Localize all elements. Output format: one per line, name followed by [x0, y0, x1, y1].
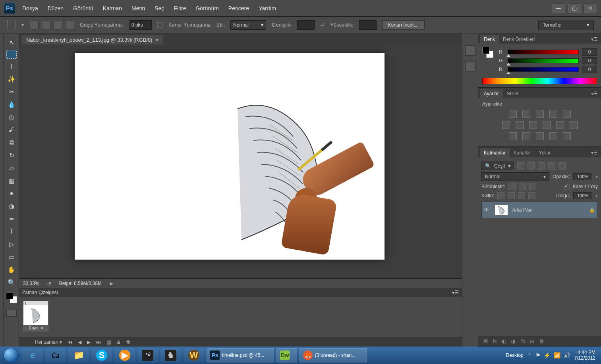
- unify-position-icon[interactable]: [508, 183, 516, 190]
- vibrance-icon[interactable]: [563, 110, 571, 118]
- tab-adjustments[interactable]: Ayarlar: [480, 89, 503, 98]
- doc-info-icon[interactable]: ◔: [47, 281, 51, 286]
- layer-mask-icon[interactable]: ◐: [502, 338, 506, 344]
- menu-edit[interactable]: Düzen: [48, 5, 64, 12]
- delete-layer-icon[interactable]: 🗑: [539, 338, 544, 344]
- r-value[interactable]: 0: [582, 48, 597, 56]
- type-tool[interactable]: T: [5, 225, 18, 237]
- ie-icon[interactable]: e: [22, 348, 43, 362]
- black-white-icon[interactable]: [529, 121, 537, 129]
- magic-wand-tool[interactable]: ✨: [5, 73, 18, 85]
- skype-icon[interactable]: S: [91, 348, 112, 362]
- filter-shape-icon[interactable]: [548, 162, 555, 169]
- swap-icon[interactable]: ⇄: [320, 22, 325, 28]
- layer-fx-icon[interactable]: fx: [493, 338, 497, 344]
- taskbar-dreamweaver[interactable]: Dw: [276, 348, 297, 362]
- threshold-icon[interactable]: [536, 132, 544, 140]
- menu-text[interactable]: Metin: [131, 5, 145, 12]
- media-player-icon[interactable]: ▶: [114, 348, 135, 362]
- selective-color-icon[interactable]: [563, 132, 571, 140]
- clock[interactable]: 4:44 PM 7/12/2012: [574, 350, 599, 361]
- tween-icon[interactable]: ▧: [106, 339, 111, 345]
- style-select[interactable]: Normal▾: [230, 20, 266, 30]
- power-icon[interactable]: ⚡: [544, 352, 551, 358]
- close-button[interactable]: ✕: [584, 4, 597, 13]
- opacity-input[interactable]: [573, 173, 592, 180]
- foreground-color[interactable]: [6, 292, 13, 299]
- menu-window[interactable]: Pencere: [228, 5, 249, 12]
- lock-position-icon[interactable]: [518, 192, 525, 199]
- adjustments-menu-icon[interactable]: ▾☰: [588, 89, 601, 98]
- tab-channels[interactable]: Kanallar: [510, 148, 535, 157]
- lock-transparent-icon[interactable]: [497, 192, 504, 199]
- crop-tool[interactable]: ✂: [5, 86, 18, 98]
- invert-icon[interactable]: [509, 132, 517, 140]
- g-value[interactable]: 0: [582, 57, 597, 64]
- color-fg-bg[interactable]: [482, 47, 493, 58]
- history-brush-tool[interactable]: ↻: [5, 149, 18, 161]
- opacity-arrow-icon[interactable]: ▾: [595, 174, 598, 179]
- layer-filter-select[interactable]: 🔍 Çeşit ▾: [481, 162, 514, 170]
- unify-style-icon[interactable]: [529, 183, 536, 190]
- layer-visibility-icon[interactable]: 👁: [484, 207, 491, 213]
- menu-select[interactable]: Seç: [155, 5, 164, 12]
- blend-mode-select[interactable]: Normal▾: [481, 172, 549, 181]
- menu-help[interactable]: Yardım: [259, 5, 276, 12]
- unify-visibility-icon[interactable]: [519, 183, 526, 190]
- quickmask-toggle[interactable]: [6, 310, 17, 317]
- lock-image-icon[interactable]: [508, 192, 515, 199]
- gradient-map-icon[interactable]: [549, 132, 557, 140]
- selection-intersect-icon[interactable]: [66, 21, 74, 29]
- dropdown-icon[interactable]: ▾: [21, 22, 24, 28]
- feather-input[interactable]: [129, 20, 152, 30]
- loop-select[interactable]: Her zaman ▾: [35, 339, 62, 345]
- blur-tool[interactable]: ●: [5, 187, 18, 199]
- hand-tool[interactable]: ✋: [5, 264, 18, 275]
- brightness-contrast-icon[interactable]: [509, 110, 517, 118]
- properties-panel-icon[interactable]: [465, 61, 475, 71]
- app-icon-a[interactable]: ༄: [137, 348, 158, 362]
- layer-name[interactable]: Arka Plan: [512, 207, 585, 213]
- first-frame-icon[interactable]: ⏮: [68, 339, 72, 345]
- filter-pixel-icon[interactable]: [517, 162, 524, 169]
- zoom-tool[interactable]: 🔍: [5, 276, 18, 288]
- fill-input[interactable]: [573, 192, 592, 199]
- b-value[interactable]: 0: [582, 66, 597, 73]
- posterize-icon[interactable]: [522, 132, 530, 140]
- canvas[interactable]: [75, 53, 385, 260]
- document-tab[interactable]: Nabor_kreativnyh_oboev_2_113.jpg @ 33.3%…: [21, 35, 163, 44]
- flag-icon[interactable]: ⚑: [535, 352, 541, 358]
- menu-layer[interactable]: Katman: [103, 5, 122, 12]
- document-tab-close-icon[interactable]: ×: [155, 37, 158, 43]
- filter-type-icon[interactable]: [538, 162, 545, 169]
- tab-paths[interactable]: Yollar: [535, 148, 555, 157]
- taskbar-photoshop[interactable]: Ps timeline.psd @ 45...: [207, 348, 274, 362]
- canvas-viewport[interactable]: [19, 44, 462, 278]
- marquee-tool[interactable]: [6, 50, 17, 59]
- propagate-checkbox[interactable]: [564, 184, 570, 189]
- selection-new-icon[interactable]: [30, 21, 39, 29]
- filter-smart-icon[interactable]: [558, 162, 566, 169]
- timeline-menu-icon[interactable]: ▾☰: [452, 290, 459, 295]
- frame-duration[interactable]: 0 san. ▾: [23, 325, 48, 331]
- maximize-button[interactable]: ▢: [568, 4, 581, 13]
- next-frame-icon[interactable]: ⏭: [96, 339, 101, 345]
- lasso-tool[interactable]: ⌇: [5, 60, 18, 72]
- color-lookup-icon[interactable]: [570, 121, 578, 129]
- minimize-button[interactable]: —: [552, 4, 565, 13]
- layer-item[interactable]: 👁 Arka Plan 🔒: [481, 202, 598, 218]
- doc-info-arrow-icon[interactable]: ▶: [110, 281, 113, 286]
- taskbar-firefox[interactable]: 🦊 (3 unread) - shan...: [300, 348, 367, 362]
- link-layers-icon[interactable]: ⌘: [483, 338, 488, 344]
- foreground-background-swatches[interactable]: [6, 292, 17, 303]
- r-slider[interactable]: [508, 50, 579, 54]
- dodge-tool[interactable]: ◑: [5, 200, 18, 212]
- tab-styles[interactable]: Stiller: [503, 89, 523, 98]
- move-tool[interactable]: ↖: [5, 37, 18, 48]
- tab-layers[interactable]: Katmanlar: [480, 148, 510, 157]
- new-group-icon[interactable]: 🗀: [520, 338, 525, 344]
- menu-filter[interactable]: Filtre: [174, 5, 186, 12]
- photo-filter-icon[interactable]: [543, 121, 551, 129]
- pen-tool[interactable]: ✒: [5, 213, 18, 225]
- prev-frame-icon[interactable]: ◀: [78, 339, 81, 345]
